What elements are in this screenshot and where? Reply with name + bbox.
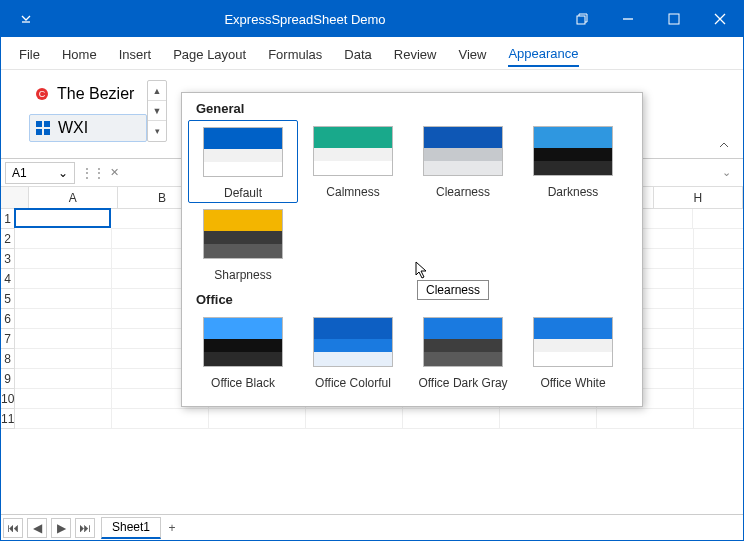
theme-wxi-item[interactable]: WXI [29, 114, 147, 142]
cell[interactable] [15, 409, 112, 429]
formula-options-icon[interactable]: ⋮⋮ [75, 166, 105, 180]
name-box-value: A1 [12, 166, 27, 180]
theme-option-calmness[interactable]: Calmness [298, 120, 408, 203]
cell[interactable] [500, 409, 597, 429]
cell[interactable] [694, 349, 743, 369]
cell[interactable] [694, 229, 743, 249]
cell[interactable] [694, 389, 743, 409]
svg-rect-7 [44, 129, 50, 135]
theme-option-sharpness[interactable]: Sharpness [188, 203, 298, 284]
theme-option-office-white[interactable]: Office White [518, 311, 628, 392]
cell[interactable] [694, 269, 743, 289]
name-box[interactable]: A1 ⌄ [5, 162, 75, 184]
tab-page-layout[interactable]: Page Layout [173, 43, 246, 66]
cell[interactable] [694, 369, 743, 389]
row-header-4[interactable]: 4 [1, 269, 15, 289]
tab-formulas[interactable]: Formulas [268, 43, 322, 66]
close-icon[interactable] [697, 1, 743, 37]
theme-bezier-label: The Bezier [57, 85, 134, 103]
tab-view[interactable]: View [458, 43, 486, 66]
row-header-7[interactable]: 7 [1, 329, 15, 349]
theme-option-label: Sharpness [214, 259, 271, 282]
theme-option-office-black[interactable]: Office Black [188, 311, 298, 392]
theme-option-label: Office Black [211, 367, 275, 390]
sheet-nav-first[interactable]: ⏮ [3, 518, 23, 538]
cell[interactable] [694, 249, 743, 269]
wxi-icon [36, 121, 50, 135]
cell[interactable] [15, 349, 112, 369]
cell[interactable] [15, 269, 112, 289]
cell[interactable] [209, 409, 306, 429]
row-header-6[interactable]: 6 [1, 309, 15, 329]
select-all-corner[interactable] [1, 187, 29, 209]
cell[interactable] [306, 409, 403, 429]
cell[interactable] [15, 229, 112, 249]
formula-expand-icon[interactable]: ⌄ [714, 166, 739, 179]
theme-option-label: Default [224, 177, 262, 200]
spin-drop[interactable]: ▾ [148, 121, 166, 141]
row-header-1[interactable]: 1 [1, 209, 15, 229]
theme-option-label: Office Dark Gray [418, 367, 507, 390]
spin-down[interactable]: ▼ [148, 101, 166, 121]
quick-access-dropdown[interactable] [1, 14, 51, 24]
tooltip: Clearness [417, 280, 489, 300]
titlebar: ExpressSpreadSheet Demo [1, 1, 743, 37]
cursor-icon [415, 261, 429, 283]
theme-option-default[interactable]: Default [188, 120, 298, 203]
theme-option-label: Clearness [436, 176, 490, 199]
sheet-nav-prev[interactable]: ◀ [27, 518, 47, 538]
tab-appearance[interactable]: Appearance [508, 42, 578, 67]
tab-insert[interactable]: Insert [119, 43, 152, 66]
formula-cancel-icon[interactable]: ✕ [105, 166, 124, 179]
sheet-tab[interactable]: Sheet1 [101, 517, 161, 539]
cell[interactable] [403, 409, 500, 429]
cell[interactable] [15, 389, 112, 409]
sheet-nav-last[interactable]: ⏭ [75, 518, 95, 538]
tab-home[interactable]: Home [62, 43, 97, 66]
theme-option-clearness[interactable]: Clearness [408, 120, 518, 203]
theme-gallery: General DefaultCalmnessClearnessDarkness… [181, 92, 643, 407]
cell[interactable] [14, 208, 111, 228]
minimize-icon[interactable] [605, 1, 651, 37]
theme-option-office-dark-gray[interactable]: Office Dark Gray [408, 311, 518, 392]
maximize-icon[interactable] [651, 1, 697, 37]
cell[interactable] [15, 289, 112, 309]
tab-data[interactable]: Data [344, 43, 371, 66]
row-header-11[interactable]: 11 [1, 409, 15, 429]
tab-file[interactable]: File [19, 43, 40, 66]
cell[interactable] [694, 329, 743, 349]
theme-option-label: Calmness [326, 176, 379, 199]
restore-icon[interactable] [559, 1, 605, 37]
cell[interactable] [597, 409, 694, 429]
window-title: ExpressSpreadSheet Demo [51, 12, 559, 27]
cell[interactable] [694, 309, 743, 329]
svg-rect-6 [36, 129, 42, 135]
row-header-3[interactable]: 3 [1, 249, 15, 269]
cell[interactable] [112, 409, 209, 429]
row-header-2[interactable]: 2 [1, 229, 15, 249]
cell[interactable] [15, 329, 112, 349]
row-header-5[interactable]: 5 [1, 289, 15, 309]
col-header-H[interactable]: H [654, 187, 743, 209]
cell[interactable] [694, 409, 743, 429]
spin-up[interactable]: ▲ [148, 81, 166, 101]
cell[interactable] [694, 289, 743, 309]
add-sheet-button[interactable]: + [163, 521, 181, 535]
sheet-nav-next[interactable]: ▶ [51, 518, 71, 538]
theme-option-label: Office White [540, 367, 605, 390]
theme-option-office-colorful[interactable]: Office Colorful [298, 311, 408, 392]
cell[interactable] [15, 249, 112, 269]
cell[interactable] [15, 309, 112, 329]
row-header-9[interactable]: 9 [1, 369, 15, 389]
cell[interactable] [693, 209, 743, 229]
row-header-8[interactable]: 8 [1, 349, 15, 369]
bezier-icon: C [35, 87, 49, 101]
theme-bezier-item[interactable]: C The Bezier [29, 80, 147, 108]
svg-rect-0 [577, 16, 585, 24]
theme-option-darkness[interactable]: Darkness [518, 120, 628, 203]
tab-review[interactable]: Review [394, 43, 437, 66]
row-header-10[interactable]: 10 [1, 389, 15, 409]
cell[interactable] [15, 369, 112, 389]
col-header-A[interactable]: A [29, 187, 118, 209]
ribbon-collapse-icon[interactable] [717, 138, 731, 152]
